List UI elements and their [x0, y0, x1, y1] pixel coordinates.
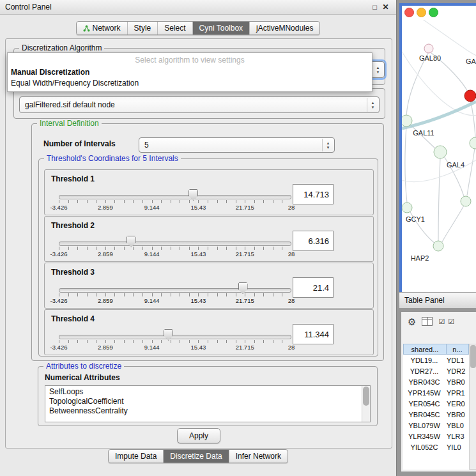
slider-ticks	[59, 200, 291, 203]
network-canvas[interactable]: GAL80 GA GAL11 GAL4 GCY1 HAP2	[402, 20, 476, 287]
scale-tick-label: 9.144	[144, 297, 160, 304]
node[interactable]	[470, 137, 476, 149]
view-tab-bar: Network Style Select Cyni Toolbox jActiv…	[0, 21, 396, 35]
table-cell[interactable]: YPR145W	[403, 387, 445, 398]
table-cell[interactable]: YBL0	[445, 420, 469, 431]
threshold-2-value[interactable]: 6.316	[293, 231, 334, 251]
list-scrollbar[interactable]	[362, 386, 370, 422]
tab-discretize-data[interactable]: Discretize Data	[164, 450, 229, 463]
table-scrollbar[interactable]	[469, 344, 476, 470]
selected-node[interactable]	[464, 90, 476, 102]
network-view-window: GAL80 GA GAL11 GAL4 GCY1 HAP2	[399, 3, 476, 295]
table-row[interactable]: YBL079WYBL0	[403, 420, 469, 431]
columns-icon[interactable]	[422, 317, 433, 326]
table-cell[interactable]: YBR0	[445, 409, 469, 420]
tab-select[interactable]: Select	[158, 22, 192, 35]
table-cell[interactable]: YER0	[445, 398, 469, 409]
threshold-3-value[interactable]: 21.4	[293, 277, 334, 298]
list-item[interactable]: SelfLoops	[49, 387, 361, 397]
scale-tick-label: -3.426	[50, 297, 68, 304]
table-cell[interactable]: YBR045C	[403, 409, 445, 420]
node[interactable]	[434, 146, 447, 158]
node[interactable]	[433, 241, 443, 251]
group-title: Attributes to discretize	[43, 362, 124, 371]
threshold-4-value[interactable]: 11.344	[293, 324, 334, 344]
table-cell[interactable]: YBL079W	[403, 420, 445, 431]
zoom-traffic-icon[interactable]	[429, 8, 438, 17]
float-window-icon[interactable]: □	[369, 3, 380, 11]
table-cell[interactable]: YDL1	[445, 355, 469, 365]
table-cell[interactable]: YLR3	[445, 431, 469, 441]
column-header[interactable]: shared...	[403, 344, 447, 355]
table-row[interactable]: YER054CYER0	[403, 398, 469, 409]
tab-jactivemnodules[interactable]: jActiveMNodules	[250, 22, 319, 35]
apply-button[interactable]: Apply	[177, 428, 220, 443]
menu-item-equal-width-frequency[interactable]: Equal Width/Frequency Discretization	[8, 78, 372, 89]
menu-item-manual-discretization[interactable]: Manual Discretization	[8, 67, 372, 78]
node[interactable]	[402, 115, 412, 127]
gear-icon[interactable]: ⚙	[408, 317, 416, 326]
table-cell[interactable]: YDR27...	[403, 365, 445, 376]
table-cell[interactable]: YDL19...	[403, 355, 445, 365]
tab-infer-network[interactable]: Infer Network	[229, 450, 288, 463]
slider-track[interactable]	[59, 288, 291, 293]
slider-track[interactable]	[59, 242, 291, 246]
scale-tick-label: -3.426	[50, 204, 68, 211]
tab-network[interactable]: Network	[77, 22, 128, 35]
close-traffic-icon[interactable]	[404, 8, 414, 17]
table-row[interactable]: YDR27...YDR2	[403, 365, 469, 376]
table-panel-header[interactable]: Table Panel	[399, 292, 476, 309]
tab-cyni-toolbox[interactable]: Cyni Toolbox	[193, 22, 250, 35]
attributes-to-discretize-group: Attributes to discretize Numerical Attri…	[38, 366, 378, 426]
table-cell[interactable]: YPR1	[445, 387, 469, 398]
table-row[interactable]: YPR145WYPR1	[403, 387, 469, 398]
threshold-2-panel: Threshold 2 -3.4262.8599.14415.4321.7152…	[44, 216, 374, 262]
checkbox-icons[interactable]: ☑ ☑	[438, 318, 455, 326]
scale-tick-label: 28	[288, 344, 295, 351]
table-row[interactable]: YBR045CYBR0	[403, 409, 469, 420]
close-icon[interactable]: ✕	[380, 3, 391, 12]
minimize-traffic-icon[interactable]	[417, 8, 426, 17]
table-cell[interactable]: YIL052C	[403, 441, 445, 452]
table-cell[interactable]: YBR0	[445, 376, 469, 387]
tab-label: Impute Data	[115, 452, 157, 461]
threshold-1-slider[interactable]: -3.4262.8599.14415.4321.71528	[59, 189, 291, 212]
node[interactable]	[461, 196, 471, 206]
thresholds-coordinates-group: Threshold's Coordinates for 5 Intervals …	[38, 158, 378, 357]
threshold-3-slider[interactable]: -3.4262.8599.14415.4321.71528	[59, 282, 291, 305]
tab-style[interactable]: Style	[128, 22, 158, 35]
slider-track[interactable]	[59, 335, 291, 339]
slider-track[interactable]	[59, 195, 291, 199]
node[interactable]	[402, 203, 412, 213]
table-data-select[interactable]: galFiltered.sif default node ▲▼	[19, 96, 380, 113]
tab-impute-data[interactable]: Impute Data	[109, 450, 164, 463]
numerical-attributes-list[interactable]: SelfLoopsTopologicalCoefficientBetweenne…	[45, 385, 371, 422]
dropdown-arrows-icon: ▲▼	[372, 63, 383, 77]
table-cell[interactable]: YER054C	[403, 398, 445, 409]
cyni-mode-tab-bar: Impute Data Discretize Data Infer Networ…	[0, 449, 396, 463]
node[interactable]	[424, 44, 433, 53]
number-of-intervals-spinner[interactable]: 5 ▲▼	[139, 137, 335, 153]
threshold-1-value[interactable]: 14.713	[293, 184, 334, 204]
table-row[interactable]: YBR043CYBR0	[403, 376, 469, 387]
node-attribute-table[interactable]: shared... n... YDL19...YDL1YDR27...YDR2Y…	[403, 344, 469, 470]
list-item[interactable]: BetweennessCentrality	[49, 406, 361, 416]
column-header[interactable]: n...	[447, 344, 469, 355]
list-item[interactable]: TopologicalCoefficient	[49, 397, 361, 406]
tab-label: Discretize Data	[170, 452, 222, 461]
table-row[interactable]: YIL052CYIL0	[403, 441, 469, 452]
table-row[interactable]: YDL19...YDL1	[403, 355, 469, 365]
group-title: Discretization Algorithm	[19, 43, 104, 52]
slider-ticks	[59, 293, 291, 296]
table-cell[interactable]: YLR345W	[403, 431, 445, 441]
node-label: GAL80	[419, 54, 441, 62]
threshold-label: Threshold 2	[51, 221, 95, 230]
table-cell[interactable]: YDR2	[445, 365, 469, 376]
threshold-4-slider[interactable]: -3.4262.8599.14415.4321.71528	[59, 329, 291, 352]
threshold-2-slider[interactable]: -3.4262.8599.14415.4321.71528	[59, 236, 291, 259]
table-cell[interactable]: YIL0	[445, 441, 469, 452]
table-row[interactable]: YLR345WYLR3	[403, 431, 469, 441]
table-cell[interactable]: YBR043C	[403, 376, 445, 387]
highlighted-edge	[402, 102, 476, 128]
group-title: Threshold's Coordinates for 5 Intervals	[44, 154, 181, 163]
